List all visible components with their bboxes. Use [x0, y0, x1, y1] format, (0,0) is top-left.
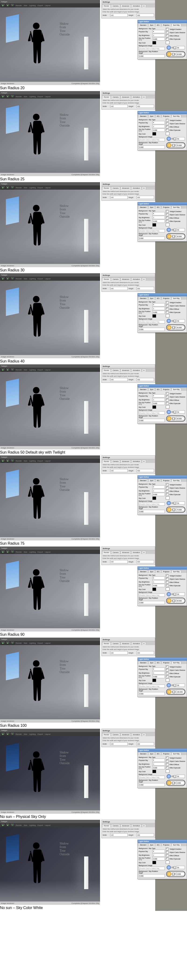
sky-color-swatch[interactable]: [152, 314, 156, 318]
toolbar-label[interactable]: Size: [24, 460, 27, 462]
width-input[interactable]: 640: [110, 469, 128, 472]
diffuse-check[interactable]: [166, 581, 169, 584]
twilight-check[interactable]: [166, 28, 169, 30]
tab-render[interactable]: Render: [102, 187, 111, 190]
shadow-check[interactable]: [166, 395, 169, 398]
tool-refresh-icon[interactable]: ↻: [10, 186, 14, 189]
light-tab-standard[interactable]: Standard: [138, 206, 148, 208]
light-tab-standard[interactable]: Standard: [138, 24, 148, 26]
sky-color-swatch[interactable]: [152, 41, 156, 45]
sun-xy-input[interactable]: 0.000: [152, 311, 165, 314]
bg-rotate-input[interactable]: 0.000: [139, 419, 165, 422]
light-tab-sun-sky[interactable]: Sun+Sky: [171, 297, 181, 300]
bg-rotate-input[interactable]: 0.000: [139, 692, 165, 695]
tool-stop-icon[interactable]: ■: [6, 368, 10, 372]
tool-play-icon[interactable]: ▶: [1, 277, 5, 280]
bg-image-picker[interactable]: [Double Click to Select File]: [139, 867, 165, 870]
toolbar-label[interactable]: Lighting: [29, 369, 36, 371]
sky-brightness-input[interactable]: 1: [152, 307, 165, 310]
tool-refresh-icon[interactable]: ↻: [10, 95, 14, 98]
light-color-swatch[interactable]: [166, 587, 169, 591]
tab-advanced[interactable]: Advanced: [120, 551, 131, 554]
shadow-check[interactable]: [166, 31, 169, 34]
shadow-check[interactable]: [166, 669, 169, 671]
light-color-swatch[interactable]: [166, 223, 169, 226]
tab-dropdown-icon[interactable]: ▾: [142, 642, 146, 645]
width-input[interactable]: 640: [110, 833, 128, 837]
tab-dropdown-icon[interactable]: ▾: [142, 733, 146, 736]
toolbar-label[interactable]: Export: [38, 733, 43, 735]
tool-play-icon[interactable]: ▶: [1, 3, 5, 7]
toolbar-label[interactable]: Render: [16, 5, 22, 6]
specular-check[interactable]: [166, 311, 169, 313]
specular-check[interactable]: [166, 493, 169, 496]
sun-radius-slider[interactable]: 75.000: [166, 507, 185, 513]
tab-camera[interactable]: Camera: [111, 369, 120, 372]
light-color-swatch[interactable]: [166, 132, 169, 135]
tool-refresh-icon[interactable]: ↻: [10, 823, 14, 827]
toolbar-label[interactable]: Export: [38, 824, 43, 826]
phys-sky-select[interactable]: ▾: [152, 394, 165, 398]
light-tab-projector[interactable]: Projector: [161, 843, 171, 846]
tab-animation[interactable]: Animation: [131, 551, 142, 554]
sun-radius-slider[interactable]: 40.000: [166, 325, 185, 331]
light-tab-spot[interactable]: Spot: [148, 206, 155, 208]
toolbar-label[interactable]: Layout: [45, 642, 51, 644]
light-tab-spot[interactable]: Spot: [148, 752, 155, 755]
sky-brightness-input[interactable]: 1: [152, 671, 165, 675]
light-tab-projector[interactable]: Projector: [161, 388, 171, 391]
toolbar-label[interactable]: Lighting: [29, 551, 36, 553]
width-input[interactable]: 640: [110, 378, 128, 381]
light-tab-ies[interactable]: IES: [155, 661, 161, 664]
sun-xy-input[interactable]: 0.000: [152, 675, 165, 678]
tab-animation[interactable]: Animation: [131, 733, 142, 736]
toolbar-label[interactable]: Render: [16, 369, 22, 371]
tab-advanced[interactable]: Advanced: [120, 5, 131, 8]
intensity-slider[interactable]: 50: [166, 682, 185, 688]
tool-stop-icon[interactable]: ■: [6, 277, 10, 280]
sky-brightness-input[interactable]: 1: [152, 125, 165, 128]
tab-render[interactable]: Render: [102, 369, 111, 372]
tool-play-icon[interactable]: ▶: [1, 368, 5, 372]
toolbar-label[interactable]: Render: [16, 733, 22, 735]
light-tab-spot[interactable]: Spot: [148, 479, 155, 482]
toolbar-label[interactable]: Lighting: [29, 642, 36, 644]
specular-check[interactable]: [166, 402, 169, 405]
height-input[interactable]: 480: [136, 469, 154, 472]
toolbar-label[interactable]: Lighting: [29, 824, 36, 826]
tab-advanced[interactable]: Advanced: [120, 824, 131, 827]
tab-advanced[interactable]: Advanced: [120, 642, 131, 645]
bg-rotate-input[interactable]: 0.000: [139, 874, 165, 877]
shadow-check[interactable]: [166, 578, 169, 581]
toolbar-label[interactable]: Render: [16, 824, 22, 826]
tool-stop-icon[interactable]: ■: [6, 550, 10, 554]
light-color-swatch[interactable]: [166, 770, 169, 773]
twilight-check[interactable]: [166, 301, 169, 304]
light-tab-standard[interactable]: Standard: [138, 115, 148, 118]
sun-xy-input[interactable]: 0.000: [152, 766, 165, 769]
light-tab-spot[interactable]: Spot: [148, 115, 155, 118]
light-tab-projector[interactable]: Projector: [161, 479, 171, 482]
tab-dropdown-icon[interactable]: ▾: [142, 369, 146, 372]
tool-play-icon[interactable]: ▶: [1, 95, 5, 98]
width-input[interactable]: 640: [110, 651, 128, 654]
toolbar-label[interactable]: Layout: [45, 824, 51, 826]
bg-rotate-input[interactable]: 0.000: [139, 237, 165, 240]
phys-sky-select[interactable]: ▾: [152, 759, 165, 762]
tool-play-icon[interactable]: ▶: [1, 459, 5, 463]
shadow-check[interactable]: [166, 304, 169, 307]
toolbar-label[interactable]: Lighting: [29, 460, 36, 462]
sky-brightness-input[interactable]: 1: [152, 580, 165, 584]
light-tab-standard[interactable]: Standard: [138, 752, 148, 755]
tool-stop-icon[interactable]: ■: [6, 186, 10, 189]
width-input[interactable]: 640: [110, 560, 128, 563]
height-input[interactable]: 480: [136, 105, 154, 108]
toolbar-label[interactable]: Render: [16, 187, 22, 189]
tab-render[interactable]: Render: [102, 733, 111, 736]
tab-render[interactable]: Render: [102, 642, 111, 645]
light-tab-spot[interactable]: Spot: [148, 570, 155, 573]
phys-sky-select[interactable]: ▾: [152, 303, 165, 306]
light-tab-spot[interactable]: Spot: [148, 843, 155, 846]
tab-render[interactable]: Render: [102, 278, 111, 281]
sky-color-swatch[interactable]: [152, 223, 156, 227]
